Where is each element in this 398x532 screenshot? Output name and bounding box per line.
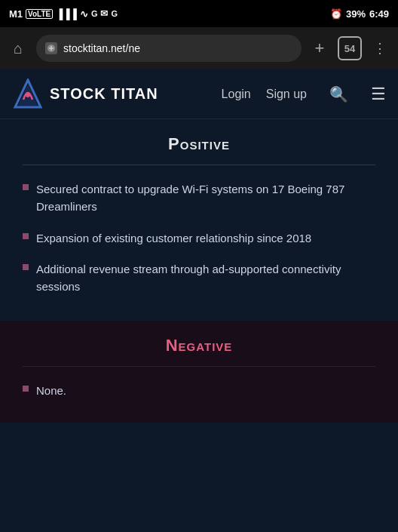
- positive-divider: [23, 165, 375, 165]
- url-text: stocktitan.net/ne: [63, 42, 140, 54]
- menu-icon[interactable]: ☰: [371, 85, 386, 104]
- browser-chrome: ⌂ stocktitan.net/ne + 54 ⋮: [0, 27, 398, 69]
- data-icon: G: [111, 9, 118, 18]
- logo-icon: [12, 78, 44, 110]
- site-nav: Login Sign up 🔍 ☰: [222, 85, 386, 104]
- tab-count-button[interactable]: 54: [338, 36, 362, 60]
- search-icon[interactable]: 🔍: [329, 85, 348, 103]
- positive-list: Secured contract to upgrade Wi-Fi system…: [23, 180, 375, 295]
- logo-area: STOCK TITAN: [12, 78, 222, 110]
- positive-title: Positive: [23, 134, 375, 154]
- site-header: STOCK TITAN Login Sign up 🔍 ☰: [0, 69, 398, 119]
- main-content: Positive Secured contract to upgrade Wi-…: [0, 119, 398, 532]
- negative-section: Negative None.: [0, 321, 398, 422]
- wifi-icon: ∿: [80, 8, 88, 20]
- status-bar: M1 VoLTE ▐▐▐ ∿ G ✉ G ⏰ 39% 6:49: [0, 0, 398, 27]
- negative-title: Negative: [23, 336, 375, 355]
- status-left: M1 VoLTE ▐▐▐ ∿ G ✉ G: [9, 8, 118, 20]
- bullet-icon: [23, 386, 29, 392]
- list-item: Additional revenue stream through ad-sup…: [23, 260, 375, 296]
- site-icon: [45, 42, 57, 54]
- negative-item-1: None.: [36, 382, 66, 399]
- positive-item-1: Secured contract to upgrade Wi-Fi system…: [36, 180, 375, 216]
- signal-icon: ▐▐▐: [56, 8, 77, 20]
- list-item: None.: [23, 382, 375, 399]
- address-bar[interactable]: stocktitan.net/ne: [36, 35, 302, 62]
- login-link[interactable]: Login: [222, 88, 251, 101]
- list-item: Secured contract to upgrade Wi-Fi system…: [23, 180, 375, 216]
- negative-divider: [23, 366, 375, 367]
- home-button[interactable]: ⌂: [8, 38, 29, 59]
- logo-text: STOCK TITAN: [50, 85, 158, 103]
- bullet-icon: [23, 233, 29, 239]
- bullet-icon: [23, 184, 29, 190]
- bullet-icon: [23, 264, 29, 270]
- time-label: 6:49: [369, 8, 389, 20]
- alarm-icon: ⏰: [330, 8, 342, 20]
- browser-menu-button[interactable]: ⋮: [369, 38, 390, 59]
- positive-item-2: Expansion of existing customer relations…: [36, 229, 311, 247]
- g-icon: G: [91, 9, 98, 18]
- new-tab-button[interactable]: +: [309, 38, 330, 59]
- positive-item-3: Additional revenue stream through ad-sup…: [36, 260, 375, 296]
- list-item: Expansion of existing customer relations…: [23, 229, 375, 247]
- whatsapp-icon: ✉: [100, 8, 108, 19]
- volte-badge: VoLTE: [26, 9, 53, 19]
- positive-section: Positive Secured contract to upgrade Wi-…: [0, 119, 398, 318]
- signup-link[interactable]: Sign up: [266, 88, 307, 101]
- svg-point-5: [26, 93, 30, 97]
- status-right: ⏰ 39% 6:49: [330, 8, 389, 20]
- battery-label: 39%: [346, 8, 366, 20]
- negative-list: None.: [23, 382, 375, 399]
- carrier-label: M1: [9, 8, 23, 20]
